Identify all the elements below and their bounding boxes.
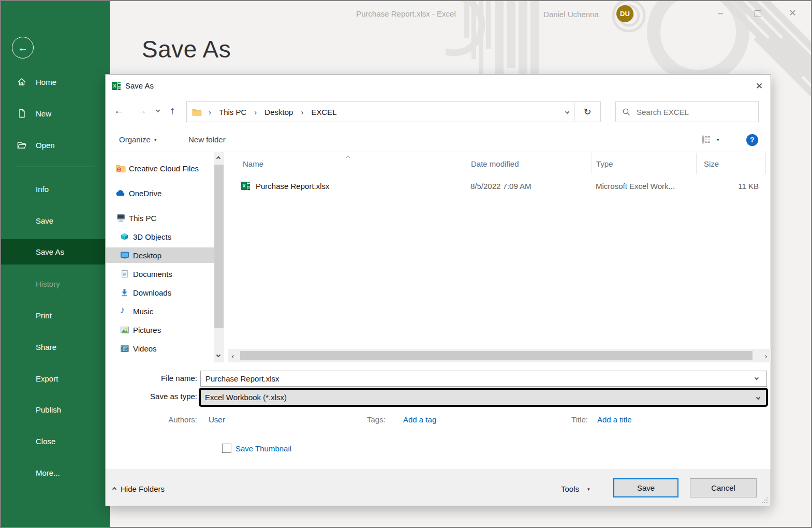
sidebar-item-save[interactable]: Save	[1, 209, 110, 232]
tree-scrollbar-thumb[interactable]	[214, 165, 224, 328]
sidebar-item-more[interactable]: More...	[1, 461, 110, 484]
add-tag-link[interactable]: Add a tag	[403, 415, 436, 424]
dialog-nav-row: ← → ↑ › This PC › Desktop › EXCEL ↻	[106, 100, 771, 123]
sidebar-item-new[interactable]: New	[1, 102, 110, 125]
close-window-button[interactable]: ✕	[789, 8, 796, 18]
tree-item-music[interactable]: ♪ Music	[106, 303, 214, 319]
dialog-close-icon[interactable]: ✕	[751, 80, 767, 93]
videos-icon	[120, 345, 129, 353]
tree-item-videos[interactable]: Videos	[106, 341, 214, 356]
scroll-left-icon[interactable]: ‹	[229, 351, 237, 360]
back-button[interactable]: ←	[12, 37, 34, 58]
search-box[interactable]	[615, 101, 759, 122]
sidebar-item-export[interactable]: Export	[1, 367, 110, 390]
tree-item-onedrive[interactable]: OneDrive	[106, 185, 214, 201]
documents-icon	[121, 270, 129, 278]
address-bar[interactable]: › This PC › Desktop › EXCEL	[186, 101, 574, 122]
cancel-button[interactable]: Cancel	[690, 478, 757, 497]
tree-item-creative-cloud-files[interactable]: Creative Cloud Files	[106, 160, 214, 176]
save-as-dialog: X Save As ✕ ← → ↑ › This PC › Desktop › …	[105, 74, 771, 506]
save-as-type-dropdown[interactable]: Excel Workbook (*.xlsx)	[199, 388, 768, 407]
sidebar-item-open[interactable]: Open	[1, 134, 110, 156]
resize-grip[interactable]	[762, 497, 768, 504]
nav-recent-locations-icon[interactable]	[156, 108, 160, 112]
tools-dropdown[interactable]: Tools ▾	[561, 485, 590, 493]
address-dropdown-icon[interactable]	[565, 110, 569, 114]
column-header-date-modified[interactable]: Date modified	[466, 153, 592, 174]
excel-file-icon: X	[241, 182, 250, 190]
maximize-icon[interactable]	[755, 10, 761, 17]
sidebar-item-label: Print	[36, 311, 52, 320]
sidebar-item-print[interactable]: Print	[1, 304, 110, 327]
sidebar-item-home[interactable]: Home	[1, 70, 110, 93]
save-as-type-dropdown-icon	[756, 395, 760, 400]
hide-folders-button[interactable]: Hide Folders	[113, 485, 165, 493]
sidebar-item-close[interactable]: Close	[1, 430, 110, 452]
sidebar-item-info[interactable]: Info	[1, 178, 110, 200]
scroll-down-icon[interactable]	[216, 353, 220, 357]
tree-scrollbar[interactable]	[214, 152, 224, 362]
breadcrumb-excel[interactable]: EXCEL	[310, 108, 337, 116]
column-header-name[interactable]: Name	[228, 153, 466, 174]
breadcrumb-separator: ›	[251, 108, 260, 116]
tree-item-this-pc[interactable]: This PC	[106, 210, 214, 226]
tree-item-downloads[interactable]: Downloads	[106, 285, 214, 300]
file-row-date[interactable]: 8/5/2022 7:09 AM	[470, 176, 589, 196]
save-thumbnail-label[interactable]: Save Thumbnail	[235, 444, 291, 453]
list-view-icon	[702, 135, 711, 144]
tools-label: Tools	[561, 485, 579, 493]
view-dropdown-icon: ▾	[717, 137, 719, 142]
file-row-name[interactable]: X Purchase Report.xlsx	[241, 176, 466, 196]
authors-value-link[interactable]: User	[209, 415, 225, 424]
breadcrumb-this-pc[interactable]: This PC	[218, 108, 247, 116]
sidebar-item-share[interactable]: Share	[1, 335, 110, 358]
tree-item-documents[interactable]: Documents	[106, 266, 214, 282]
avatar[interactable]: DU	[616, 5, 633, 22]
sidebar-item-label: History	[36, 280, 60, 288]
organize-button[interactable]: Organize ▾	[119, 135, 156, 144]
sidebar-item-label: Publish	[36, 405, 61, 414]
tree-item-desktop[interactable]: Desktop	[106, 247, 214, 263]
file-size-text: 11 KB	[738, 182, 759, 190]
tree-item-label: 3D Objects	[133, 232, 171, 241]
hide-folders-label: Hide Folders	[121, 485, 165, 493]
add-title-link[interactable]: Add a title	[597, 415, 632, 424]
sidebar-item-publish[interactable]: Publish	[1, 398, 110, 421]
dialog-titlebar[interactable]: X Save As ✕	[106, 75, 771, 97]
nav-back-icon[interactable]: ←	[114, 105, 124, 116]
dialog-title: Save As	[125, 81, 154, 90]
column-header-type[interactable]: Type	[592, 153, 696, 174]
tree-item-pictures[interactable]: Pictures	[106, 322, 214, 338]
nav-up-icon[interactable]: ↑	[170, 105, 175, 116]
save-thumbnail-checkbox[interactable]	[222, 444, 231, 453]
column-header-label: Date modified	[471, 159, 519, 168]
refresh-button[interactable]: ↻	[574, 101, 601, 122]
view-options-button[interactable]: ▾	[702, 135, 719, 144]
file-type-text: Microsoft Excel Work...	[596, 182, 675, 190]
column-header-size[interactable]: Size	[696, 153, 766, 174]
scroll-up-icon[interactable]	[216, 156, 220, 160]
help-button[interactable]: ?	[746, 134, 758, 146]
tree-item-3d-objects[interactable]: 3D Objects	[106, 229, 214, 244]
minimize-button[interactable]: –	[718, 8, 723, 18]
file-row-size[interactable]: 11 KB	[696, 176, 759, 196]
back-arrow-icon: ←	[18, 42, 28, 54]
sidebar-item-save-as[interactable]: Save As	[1, 239, 110, 265]
breadcrumb-desktop[interactable]: Desktop	[263, 108, 294, 116]
scroll-right-icon[interactable]: ›	[762, 351, 770, 360]
organize-dropdown-icon: ▾	[154, 137, 157, 142]
pictures-icon	[120, 326, 129, 334]
sidebar-item-label: More...	[36, 468, 60, 477]
signed-in-user-name[interactable]: Daniel Uchenna	[543, 10, 599, 19]
save-button[interactable]: Save	[613, 478, 678, 497]
list-horizontal-scrollbar[interactable]: ‹ ›	[228, 349, 771, 362]
app-window: Purchase Report.xlsx - Excel Daniel Uche…	[0, 0, 812, 528]
refresh-icon: ↻	[583, 107, 591, 117]
horizontal-scrollbar-thumb[interactable]	[240, 351, 752, 360]
file-name-input[interactable]	[200, 371, 767, 387]
save-as-type-label: Save as type:	[106, 392, 197, 401]
download-arrow-icon	[120, 288, 129, 297]
new-folder-button[interactable]: New folder	[188, 135, 226, 144]
search-input[interactable]	[637, 108, 730, 116]
file-row-type[interactable]: Microsoft Excel Work...	[596, 176, 694, 196]
